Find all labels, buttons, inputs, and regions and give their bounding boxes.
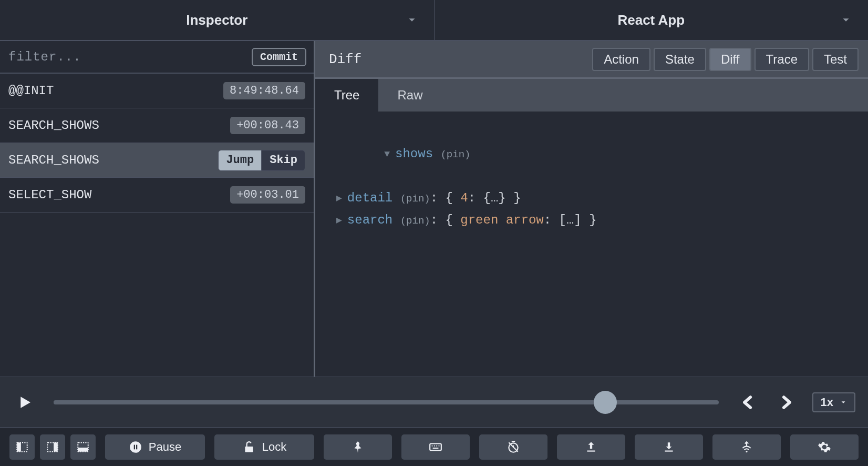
- panel-subtabs: TreeRaw: [315, 79, 868, 112]
- svg-point-6: [130, 441, 141, 453]
- tree-preview-val: {…}: [483, 191, 506, 205]
- tree-preview-key: 4: [460, 191, 468, 205]
- timer-off-icon: [507, 440, 520, 454]
- player-bar: 1x: [0, 377, 868, 427]
- upload-button[interactable]: [557, 434, 625, 460]
- svg-rect-10: [430, 443, 441, 450]
- action-row[interactable]: @@INIT8:49:48.64: [0, 74, 314, 108]
- action-row[interactable]: SEARCH_SHOWSJumpSkip: [0, 143, 314, 178]
- action-row[interactable]: SEARCH_SHOWS+00:08.43: [0, 108, 314, 143]
- chevron-down-icon[interactable]: [400, 8, 423, 32]
- broadcast-icon: [740, 440, 753, 454]
- tree-key: detail: [347, 191, 392, 205]
- pin-label[interactable]: (pin): [400, 193, 430, 205]
- skip-button[interactable]: Skip: [262, 150, 305, 171]
- slider-thumb[interactable]: [594, 391, 617, 414]
- timeline-slider[interactable]: [54, 392, 719, 413]
- panel-header: Diff ActionStateDiffTraceTest: [315, 41, 868, 79]
- tree-node[interactable]: detail (pin): { 4: {…} }: [324, 187, 860, 209]
- prev-button[interactable]: [737, 391, 760, 414]
- svg-rect-5: [78, 448, 88, 452]
- lock-open-icon: [242, 440, 256, 454]
- instance-title: React App: [617, 12, 685, 28]
- keyboard-button[interactable]: [401, 434, 470, 460]
- pause-icon: [129, 440, 142, 454]
- svg-rect-9: [245, 446, 253, 452]
- action-name: SEARCH_SHOWS: [8, 153, 99, 167]
- layout-bottom-button[interactable]: [70, 434, 96, 460]
- svg-point-19: [746, 451, 747, 452]
- inspector-title: Inspector: [186, 12, 247, 28]
- svg-rect-18: [665, 450, 673, 451]
- chevron-down-icon[interactable]: [834, 8, 857, 32]
- timestamp-chip: 8:49:48.64: [223, 82, 305, 99]
- speed-selector[interactable]: 1x: [812, 392, 855, 412]
- layout-left-button[interactable]: [9, 434, 35, 460]
- svg-point-14: [438, 445, 439, 446]
- main-area: Commit @@INIT8:49:48.64SEARCH_SHOWS+00:0…: [0, 41, 868, 377]
- tab-test[interactable]: Test: [812, 48, 859, 71]
- jump-button[interactable]: Jump: [218, 150, 262, 171]
- lock-button[interactable]: Lock: [214, 434, 314, 460]
- tree-node[interactable]: search (pin): { green arrow: […] }: [324, 209, 860, 231]
- arrow-down-icon[interactable]: [384, 147, 395, 161]
- disable-timer-button[interactable]: [479, 434, 547, 460]
- play-button[interactable]: [13, 391, 36, 414]
- keyboard-icon: [429, 440, 442, 454]
- tab-state[interactable]: State: [654, 48, 706, 71]
- layout-right-button[interactable]: [40, 434, 65, 460]
- pin-label[interactable]: (pin): [440, 149, 470, 160]
- action-list-panel: Commit @@INIT8:49:48.64SEARCH_SHOWS+00:0…: [0, 41, 315, 377]
- timestamp-chip: +00:03.01: [230, 186, 305, 204]
- pin-label[interactable]: (pin): [400, 215, 430, 227]
- bottom-toolbar: Pause Lock: [0, 427, 868, 466]
- svg-point-11: [431, 445, 432, 446]
- action-name: @@INIT: [8, 84, 54, 98]
- commit-button[interactable]: Commit: [252, 48, 306, 66]
- panel-tabs: ActionStateDiffTraceTest: [592, 48, 859, 71]
- tab-action[interactable]: Action: [592, 48, 650, 71]
- filter-input[interactable]: [7, 49, 243, 65]
- svg-rect-1: [17, 442, 21, 451]
- tree-node-root[interactable]: shows (pin): [324, 121, 860, 187]
- tree-preview-val: […]: [559, 213, 582, 227]
- pin-button[interactable]: [324, 434, 392, 460]
- settings-button[interactable]: [790, 434, 859, 460]
- instance-dropdown[interactable]: React App: [434, 0, 869, 40]
- inspector-dropdown[interactable]: Inspector: [0, 0, 434, 40]
- svg-rect-7: [134, 444, 135, 449]
- panel-layout-buttons: [9, 434, 96, 460]
- action-name: SEARCH_SHOWS: [8, 118, 99, 133]
- next-button[interactable]: [774, 391, 798, 414]
- gear-icon: [818, 440, 831, 454]
- svg-rect-17: [587, 450, 595, 451]
- pause-label: Pause: [149, 440, 181, 454]
- svg-point-13: [436, 445, 437, 446]
- tree-preview-key: green arrow: [460, 213, 543, 227]
- tab-trace[interactable]: Trace: [755, 48, 809, 71]
- pause-recording-button[interactable]: Pause: [105, 434, 205, 460]
- tab-diff[interactable]: Diff: [709, 48, 751, 71]
- tree-key: shows: [395, 147, 433, 161]
- filter-row: Commit: [0, 41, 314, 74]
- upload-icon: [584, 440, 598, 454]
- speed-label: 1x: [821, 396, 833, 409]
- download-button[interactable]: [635, 434, 703, 460]
- panel-title: Diff: [325, 52, 361, 67]
- tree-key: search: [347, 213, 392, 227]
- subtab-raw[interactable]: Raw: [378, 79, 441, 112]
- download-icon: [662, 440, 676, 454]
- timestamp-chip: +00:08.43: [230, 117, 305, 134]
- arrow-right-icon[interactable]: [336, 191, 347, 205]
- pin-icon: [351, 440, 365, 454]
- action-row[interactable]: SELECT_SHOW+00:03.01: [0, 178, 314, 212]
- remote-button[interactable]: [712, 434, 781, 460]
- lock-label: Lock: [262, 440, 286, 454]
- svg-rect-3: [54, 442, 58, 451]
- action-list: @@INIT8:49:48.64SEARCH_SHOWS+00:08.43SEA…: [0, 74, 314, 377]
- arrow-right-icon[interactable]: [336, 213, 347, 227]
- subtab-tree[interactable]: Tree: [315, 79, 378, 112]
- tree-view: shows (pin) detail (pin): { 4: {…} }sear…: [315, 112, 868, 377]
- top-bar: Inspector React App: [0, 0, 868, 41]
- action-name: SELECT_SHOW: [8, 188, 91, 202]
